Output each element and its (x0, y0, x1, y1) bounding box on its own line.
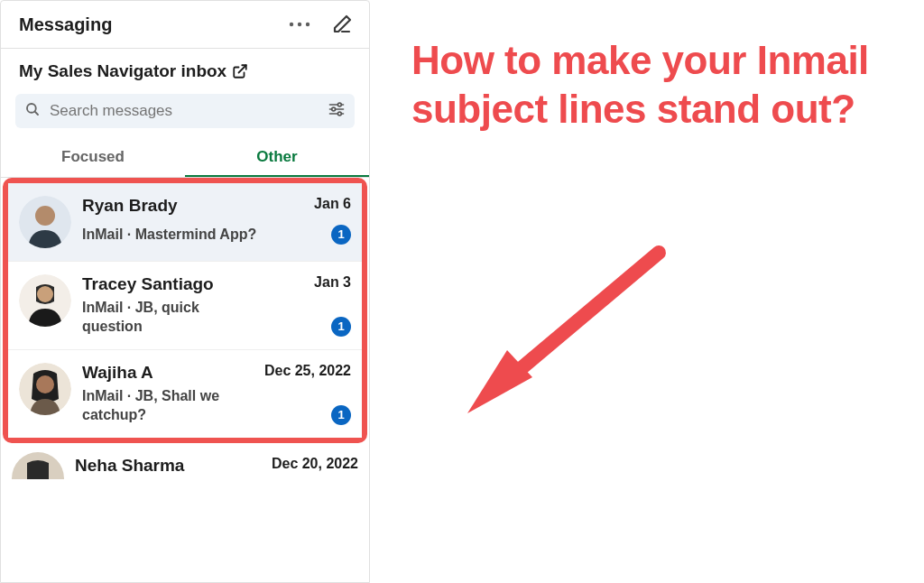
message-item[interactable]: Tracey Santiago Jan 3 InMail · JB, quick… (8, 262, 362, 350)
message-date: Dec 20, 2022 (272, 456, 358, 477)
message-list: Ryan Brady Jan 6 InMail · Mastermind App… (1, 178, 369, 582)
tab-other[interactable]: Other (185, 141, 369, 177)
annotation-highlight: Ryan Brady Jan 6 InMail · Mastermind App… (3, 178, 367, 443)
message-date: Jan 3 (314, 274, 351, 291)
avatar (12, 452, 64, 479)
annotation-headline: How to make your Inmail subject lines st… (411, 36, 906, 133)
avatar (19, 363, 71, 415)
unread-badge: 1 (331, 225, 351, 245)
messaging-panel: Messaging My Sales Navigator inbox (0, 0, 370, 583)
unread-badge: 1 (331, 405, 351, 425)
svg-line-20 (500, 253, 659, 386)
sender-name: Neha Sharma (75, 456, 184, 477)
compose-icon[interactable] (331, 14, 353, 35)
avatar (19, 274, 71, 327)
tab-focused[interactable]: Focused (1, 141, 185, 177)
external-link-icon (232, 63, 248, 79)
svg-point-12 (35, 206, 55, 226)
svg-point-2 (306, 23, 310, 26)
message-preview: InMail · Mastermind App? (82, 225, 256, 245)
svg-point-8 (332, 107, 336, 111)
svg-point-17 (36, 375, 54, 393)
message-item[interactable]: Neha Sharma Dec 20, 2022 (1, 443, 369, 479)
inbox-link[interactable]: My Sales Navigator inbox (19, 61, 248, 81)
sender-name: Wajiha A (82, 363, 153, 384)
more-icon[interactable] (288, 21, 311, 28)
message-date: Jan 6 (314, 196, 351, 212)
arrow-icon (451, 235, 686, 437)
search-input[interactable] (50, 102, 319, 120)
svg-line-4 (34, 111, 38, 115)
svg-point-10 (337, 112, 341, 116)
panel-header: Messaging (1, 1, 369, 49)
unread-badge: 1 (331, 317, 351, 337)
inbox-link-label: My Sales Navigator inbox (19, 61, 226, 81)
filter-icon[interactable] (328, 101, 346, 121)
avatar (19, 196, 71, 248)
message-item[interactable]: Ryan Brady Jan 6 InMail · Mastermind App… (8, 183, 362, 262)
message-preview: InMail · JB, quick question (82, 298, 263, 337)
message-item[interactable]: Wajiha A Dec 25, 2022 InMail · JB, Shall… (8, 350, 362, 438)
header-actions (288, 14, 353, 35)
panel-title: Messaging (19, 14, 112, 35)
svg-point-15 (37, 286, 53, 302)
search-container[interactable] (15, 94, 355, 128)
message-preview: InMail · JB, Shall we catchup? (82, 386, 263, 425)
message-date: Dec 25, 2022 (264, 363, 351, 379)
search-icon (24, 101, 41, 121)
subheader[interactable]: My Sales Navigator inbox (1, 49, 369, 90)
svg-point-1 (298, 23, 301, 26)
search-bar (1, 90, 369, 134)
sender-name: Ryan Brady (82, 196, 178, 217)
annotation-area: How to make your Inmail subject lines st… (370, 0, 924, 583)
svg-point-6 (337, 103, 341, 106)
svg-point-0 (290, 23, 293, 26)
tabs: Focused Other (1, 134, 369, 178)
sender-name: Tracey Santiago (82, 274, 214, 295)
